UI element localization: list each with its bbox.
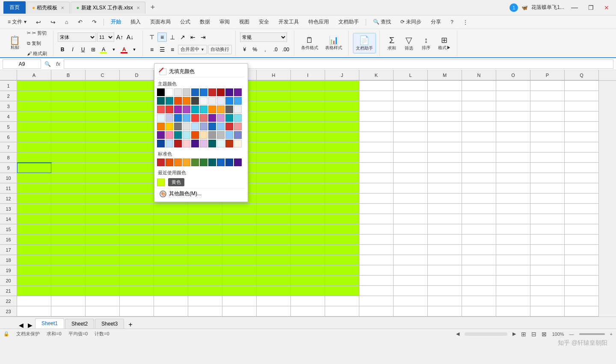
cell-J16[interactable]: [325, 235, 359, 245]
cell-L11[interactable]: [394, 183, 428, 194]
row-header-7[interactable]: 7: [0, 142, 17, 153]
wrap-btn[interactable]: 自动换行: [208, 45, 232, 54]
theme-swatch[interactable]: [183, 131, 190, 139]
cut-btn[interactable]: ✂ ✂ 剪切: [24, 29, 50, 38]
cell-N11[interactable]: [462, 183, 496, 194]
cell-O11[interactable]: [496, 183, 530, 194]
cell-M16[interactable]: [428, 235, 462, 245]
view-normal-btn[interactable]: ⊞: [521, 331, 526, 338]
cell-B6[interactable]: [51, 132, 86, 142]
row-header-18[interactable]: 18: [0, 255, 17, 265]
cell-A7[interactable]: [17, 142, 51, 153]
cell-L13[interactable]: [394, 204, 428, 214]
cell-I22[interactable]: [291, 296, 325, 306]
cell-M11[interactable]: [428, 183, 462, 194]
row-header-22[interactable]: 22: [0, 296, 17, 306]
cell-F15[interactable]: [188, 224, 222, 235]
cell-I13[interactable]: [291, 204, 325, 214]
cell-A10[interactable]: [17, 173, 51, 183]
cell-G18[interactable]: [222, 255, 257, 265]
cell-D21[interactable]: [120, 286, 154, 296]
cell-J21[interactable]: [325, 286, 359, 296]
menu-data[interactable]: 数据: [195, 17, 214, 27]
cell-H23[interactable]: [257, 306, 291, 317]
cell-D4[interactable]: [120, 112, 154, 122]
menu-security[interactable]: 安全: [255, 17, 273, 27]
cell-N18[interactable]: [462, 255, 496, 265]
col-header-Q[interactable]: Q: [565, 70, 599, 80]
row-header-9[interactable]: 9: [0, 163, 17, 173]
cell-L21[interactable]: [394, 286, 428, 296]
underline-btn[interactable]: U: [78, 45, 88, 54]
align-center-btn[interactable]: ☰: [157, 45, 167, 54]
menu-dochelper[interactable]: 文档助手: [334, 17, 363, 27]
view-page-btn[interactable]: ⊠: [542, 331, 547, 338]
cell-C9[interactable]: [86, 163, 120, 173]
cell-B4[interactable]: [51, 112, 86, 122]
cell-K15[interactable]: [359, 224, 394, 235]
cell-C18[interactable]: [86, 255, 120, 265]
row-header-3[interactable]: 3: [0, 101, 17, 112]
cell-K6[interactable]: [359, 132, 394, 142]
cell-P23[interactable]: [530, 306, 565, 317]
cell-I20[interactable]: [291, 276, 325, 286]
theme-swatch[interactable]: [234, 106, 242, 113]
cell-M10[interactable]: [428, 173, 462, 183]
cell-P15[interactable]: [530, 224, 565, 235]
cell-C13[interactable]: [86, 204, 120, 214]
cell-P1[interactable]: [530, 81, 565, 91]
cell-D9[interactable]: [120, 163, 154, 173]
cell-D2[interactable]: [120, 91, 154, 101]
menu-share[interactable]: 分享: [426, 17, 445, 27]
cell-M9[interactable]: [428, 163, 462, 173]
cell-H16[interactable]: [257, 235, 291, 245]
cell-J2[interactable]: [325, 91, 359, 101]
cell-L23[interactable]: [394, 306, 428, 317]
cell-A16[interactable]: [17, 235, 51, 245]
cell-A5[interactable]: [17, 122, 51, 132]
std-swatch[interactable]: [208, 159, 216, 166]
cell-J15[interactable]: [325, 224, 359, 235]
cell-H15[interactable]: [257, 224, 291, 235]
theme-swatch[interactable]: [174, 97, 182, 105]
currency-btn[interactable]: ¥: [240, 45, 249, 54]
cell-I10[interactable]: [291, 173, 325, 183]
cell-C17[interactable]: [86, 245, 120, 255]
std-swatch[interactable]: [234, 159, 242, 166]
cell-H3[interactable]: [257, 101, 291, 112]
theme-swatch[interactable]: [157, 114, 165, 122]
cell-B10[interactable]: [51, 173, 86, 183]
cell-I18[interactable]: [291, 255, 325, 265]
formula-input[interactable]: [64, 59, 613, 69]
theme-swatch[interactable]: [183, 97, 190, 105]
cell-H11[interactable]: [257, 183, 291, 194]
sheet-tab-1[interactable]: Sheet1: [35, 318, 64, 329]
cell-Q10[interactable]: [565, 173, 599, 183]
cell-O22[interactable]: [496, 296, 530, 306]
cell-H17[interactable]: [257, 245, 291, 255]
cell-O16[interactable]: [496, 235, 530, 245]
cell-N22[interactable]: [462, 296, 496, 306]
cell-D19[interactable]: [120, 265, 154, 276]
cell-B20[interactable]: [51, 276, 86, 286]
cell-G23[interactable]: [222, 306, 257, 317]
close-btn[interactable]: ✕: [601, 4, 613, 11]
cell-O13[interactable]: [496, 204, 530, 214]
format-painter-btn[interactable]: 🖌 格式刷: [24, 49, 50, 58]
cell-O9[interactable]: [496, 163, 530, 173]
cell-D11[interactable]: [120, 183, 154, 194]
theme-swatch[interactable]: [191, 140, 199, 147]
cell-F14[interactable]: [188, 214, 222, 224]
cell-E21[interactable]: [154, 286, 188, 296]
cell-N3[interactable]: [462, 101, 496, 112]
cell-O12[interactable]: [496, 194, 530, 204]
cell-N7[interactable]: [462, 142, 496, 153]
cell-O2[interactable]: [496, 91, 530, 101]
cell-L18[interactable]: [394, 255, 428, 265]
fill-color-btn[interactable]: A: [99, 45, 108, 54]
grid[interactable]: [17, 81, 616, 317]
cell-M23[interactable]: [428, 306, 462, 317]
theme-swatch[interactable]: [191, 106, 199, 113]
theme-swatch[interactable]: [200, 140, 207, 147]
cell-A22[interactable]: [17, 296, 51, 306]
